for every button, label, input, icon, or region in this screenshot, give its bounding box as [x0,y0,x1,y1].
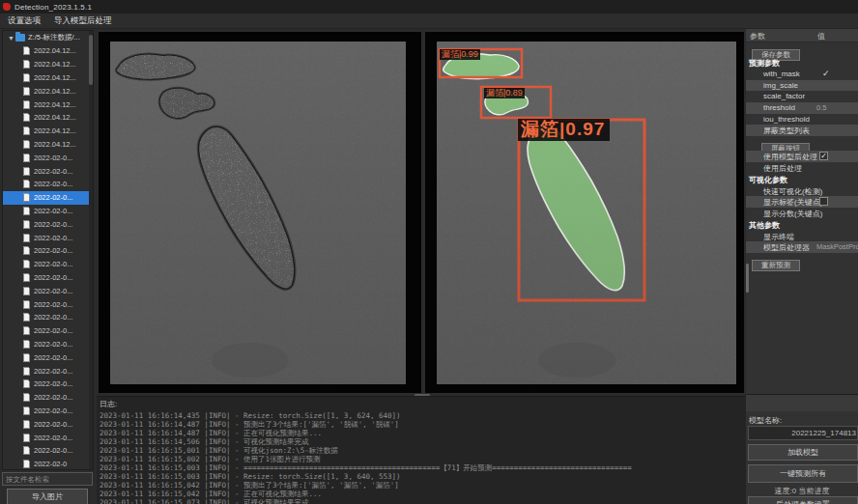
param-value[interactable]: MaskPostPro [816,242,858,251]
param-label: 显示标签(关键点) [763,197,822,208]
param-row[interactable]: threshold0.5 [746,102,858,114]
tree-item-label: 2022-02-0... [34,260,72,268]
checkbox-checked[interactable]: ✓ [819,152,828,160]
param-button-row: 屏蔽按钮 [746,136,858,151]
file-icon [23,193,30,202]
file-icon [23,87,30,96]
checkmark-icon[interactable]: ✓ [822,69,830,78]
tree-root-folder[interactable]: ▼ Z:/5-标注数据/... [3,31,93,44]
tree-item[interactable]: 2022-02-0... [3,378,93,391]
tree-item-label: 2022-02-0... [34,193,72,202]
filename-search-input[interactable] [2,472,93,486]
file-icon [23,300,30,309]
params-scrollbar[interactable] [746,264,749,293]
tree-item[interactable]: 2022-02-0... [3,244,93,258]
menu-settings[interactable]: 设置选项 [8,15,41,27]
param-label: img_scale [763,81,798,90]
log-panel: 日志: 2023-01-11 16:16:14,435 |INFO| - Res… [97,396,746,504]
model-name-field[interactable]: 20221225_174813 [748,426,858,440]
tree-item[interactable]: 2022-02-0... [3,324,93,338]
tree-item[interactable]: 2022.04.12... [3,125,93,138]
tree-item[interactable]: 2022-02-0... [3,151,93,164]
params-rows: 保存参数预测参数with_mask✓img_scalescale_factort… [746,42,858,267]
window-title: Detection_2023.1.5.1 [14,3,92,12]
tree-item[interactable]: 2022.04.12... [3,44,93,58]
tree-item[interactable]: 2022-02-0... [3,217,93,231]
tree-item-label: 2022.04.12... [34,73,76,82]
tree-item[interactable]: 2022-02-0... [3,297,93,311]
file-icon [23,420,30,429]
log-line: 2023-01-11 16:16:14,506 |INFO| - 可视化预测结果… [100,437,746,446]
checkbox-unchecked[interactable] [819,197,828,206]
file-icon [23,353,30,362]
file-icon [23,260,30,268]
tree-item[interactable]: 2022-02-0... [3,391,93,405]
tree-item[interactable]: 2022-02-0... [3,191,93,205]
tree-item[interactable]: 2022.04.12... [3,138,93,152]
import-images-button[interactable]: 导入图片 [7,489,88,504]
tree-item[interactable]: 2022-02-0... [3,417,93,431]
tree-item[interactable]: 2022-02-0... [3,258,93,271]
tree-item[interactable]: 2022-02-0 [3,458,93,470]
model-name-label: 模型名称: [749,415,782,426]
tree-item[interactable]: 2022-02-0... [3,178,93,191]
param-row[interactable]: 使用模型后处理✓ [746,151,858,162]
tree-item[interactable]: 2022-02-0... [3,364,93,378]
param-row[interactable]: with_mask✓ [746,69,858,80]
param-row[interactable]: 快速可视化(检测) [746,185,858,197]
tree-scrollbar[interactable] [89,31,93,470]
tree-item[interactable]: 2022-02-0... [3,431,93,444]
tree-item[interactable]: 2022-02-0... [3,350,93,364]
param-section-header: 其他参数 [746,219,858,231]
tree-item[interactable]: 2022.04.12... [3,111,93,125]
tree-item[interactable]: 2022-02-0... [3,405,93,418]
file-icon [23,367,30,376]
param-value[interactable]: 0.5 [816,103,826,112]
caret-down-icon[interactable]: ▼ [8,35,15,42]
menu-import-model-postprocess[interactable]: 导入模型后处理 [54,15,112,27]
param-label: threshold [763,103,795,112]
tree-item[interactable]: 2022-02-0... [3,205,93,218]
postprocess-settings-button[interactable]: 后处理参数设置 [748,496,858,504]
tree-item[interactable]: 2022-02-0... [3,444,93,458]
tree-item-label: 2022-02-0... [34,180,72,188]
tree-item[interactable]: 2022.04.12... [3,58,93,71]
tree-item-label: 2022-02-0... [34,246,72,255]
tree-item[interactable]: 2022-02-0... [3,164,93,178]
right-panel-divider [746,394,858,411]
folder-icon [15,34,25,42]
tree-item-label: 2022-02-0... [34,154,72,162]
scrollbar-thumb[interactable] [89,35,93,85]
tree-item[interactable]: 2022-02-0... [3,231,93,244]
file-icon [23,393,30,402]
param-row[interactable]: iou_threshold [746,114,858,126]
tree-item[interactable]: 2022-02-0... [3,271,93,285]
param-row[interactable]: 显示终端 [746,231,858,242]
param-row[interactable]: img_scale [746,80,858,92]
predict-all-button[interactable]: 一键预测所有 [748,464,858,483]
tree-item-label: 2022-02-0... [34,234,72,242]
file-icon [23,234,30,242]
param-label: 使用后处理 [763,163,802,174]
param-label: 屏蔽类型列表 [763,126,810,136]
tree-item[interactable]: 2022-02-0... [3,284,93,297]
file-icon [23,446,30,455]
tree-item[interactable]: 2022.04.12... [3,98,93,111]
tree-item[interactable]: 2022-02-0... [3,311,93,324]
param-row[interactable]: 显示分数(关键点) [746,208,858,219]
tree-item[interactable]: 2022.04.12... [3,71,93,85]
load-model-button[interactable]: 加载模型 [748,444,858,461]
param-row[interactable]: 使用后处理 [746,162,858,174]
param-row[interactable]: 屏蔽类型列表 [746,125,858,136]
tree-item[interactable]: 2022.04.12... [3,84,93,98]
original-image-panel[interactable] [99,32,421,393]
param-label: 模型后处理器 [763,242,810,253]
param-row[interactable]: scale_factor [746,91,858,102]
param-row[interactable]: 模型后处理器MaskPostPro [746,241,858,253]
file-icon [23,46,30,55]
prediction-image-panel[interactable]: 漏箔|0.99 漏箔|0.89 漏箔|0.97 [425,32,744,393]
tree-item[interactable]: 2022-02-0... [3,338,93,351]
tree-item-label: 2022-02-0... [34,379,72,388]
param-row[interactable]: 显示标签(关键点) [746,196,858,208]
re-predict-button[interactable]: 重新预测 [752,260,800,271]
